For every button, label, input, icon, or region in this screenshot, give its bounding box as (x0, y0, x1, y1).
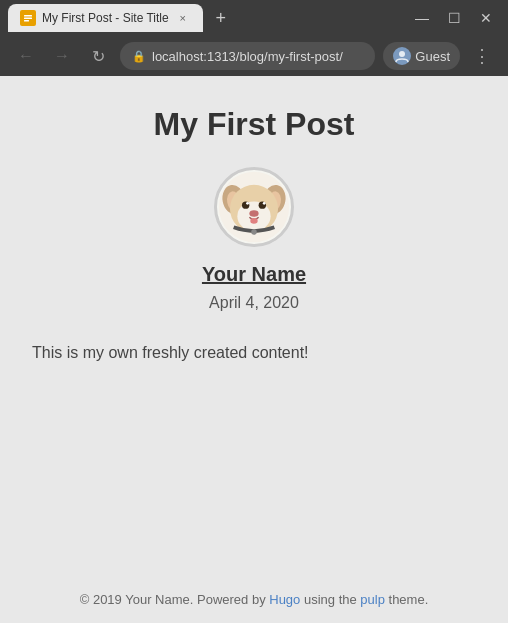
hugo-link[interactable]: Hugo (269, 592, 300, 607)
page-footer: © 2019 Your Name. Powered by Hugo using … (0, 576, 508, 623)
user-label: Guest (415, 49, 450, 64)
window-controls: — ☐ ✕ (408, 4, 500, 32)
tab-title: My First Post - Site Title (42, 11, 169, 25)
forward-button[interactable]: → (48, 42, 76, 70)
back-button[interactable]: ← (12, 42, 40, 70)
author-avatar (214, 167, 294, 247)
user-menu[interactable]: Guest (383, 42, 460, 70)
svg-point-18 (251, 229, 257, 235)
svg-point-14 (246, 202, 249, 205)
svg-point-16 (249, 210, 258, 216)
svg-point-17 (250, 218, 257, 224)
footer-middle: using the (300, 592, 360, 607)
active-tab[interactable]: My First Post - Site Title × (8, 4, 203, 32)
user-avatar-icon (393, 47, 411, 65)
footer-copyright: © 2019 Your Name. Powered by (80, 592, 270, 607)
page-content: My First Post (0, 76, 508, 623)
svg-rect-2 (24, 18, 32, 20)
address-bar: ← → ↻ 🔒 localhost:1313/blog/my-first-pos… (0, 36, 508, 76)
dog-avatar-image (217, 170, 291, 244)
close-button[interactable]: ✕ (472, 4, 500, 32)
svg-rect-1 (24, 15, 32, 17)
post-date: April 4, 2020 (209, 294, 299, 312)
post-container: My First Post (4, 76, 504, 406)
svg-rect-3 (24, 20, 29, 22)
lock-icon: 🔒 (132, 50, 146, 63)
tab-close-button[interactable]: × (175, 10, 191, 26)
url-bar[interactable]: 🔒 localhost:1313/blog/my-first-post/ (120, 42, 375, 70)
url-text: localhost:1313/blog/my-first-post/ (152, 49, 363, 64)
title-bar: My First Post - Site Title × + — ☐ ✕ (0, 0, 508, 36)
svg-point-15 (263, 202, 266, 205)
svg-point-4 (399, 51, 405, 57)
tab-favicon (20, 10, 36, 26)
new-tab-button[interactable]: + (207, 4, 235, 32)
reload-button[interactable]: ↻ (84, 42, 112, 70)
post-title: My First Post (154, 106, 355, 143)
browser-chrome: My First Post - Site Title × + — ☐ ✕ ← →… (0, 0, 508, 76)
author-name-link[interactable]: Your Name (202, 263, 306, 286)
minimize-button[interactable]: — (408, 4, 436, 32)
maximize-button[interactable]: ☐ (440, 4, 468, 32)
footer-end: theme. (385, 592, 428, 607)
pulp-link[interactable]: pulp (360, 592, 385, 607)
post-body: This is my own freshly created content! (24, 340, 484, 366)
browser-menu-button[interactable]: ⋮ (468, 42, 496, 70)
